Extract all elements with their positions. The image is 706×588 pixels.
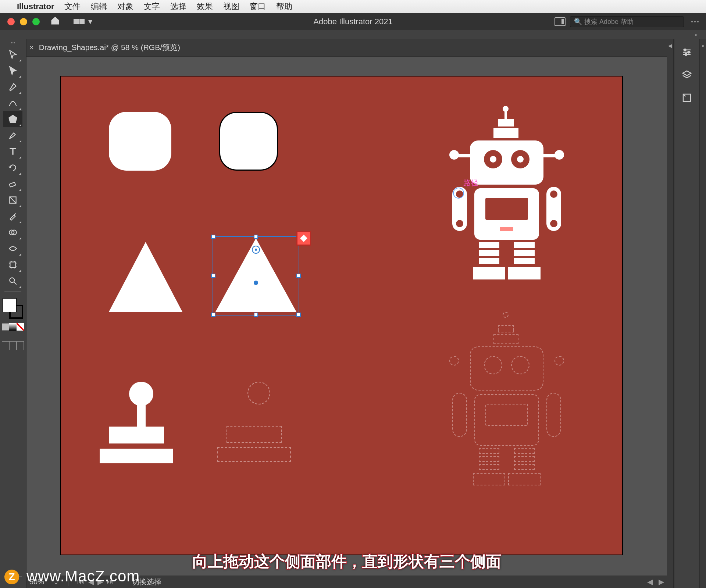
smart-guide-path-label: 路径 — [463, 178, 478, 188]
menu-view[interactable]: 视图 — [223, 1, 239, 12]
artboard[interactable]: 路径 — [60, 76, 623, 555]
panel-drag-handle[interactable] — [11, 42, 15, 43]
window-controls[interactable] — [7, 18, 40, 25]
pen-tool[interactable] — [3, 79, 22, 95]
svg-rect-1 — [9, 182, 15, 187]
app-menu[interactable]: Illustrator — [17, 2, 54, 11]
panel-collapse-right[interactable]: » — [699, 39, 706, 588]
close-tab-button[interactable]: × — [29, 43, 34, 52]
svg-point-7 — [684, 49, 686, 51]
type-tool[interactable] — [3, 143, 22, 160]
shape-joystick-white[interactable] — [109, 382, 173, 463]
solid-color-mode[interactable] — [2, 323, 9, 331]
app-title: Adobe Illustrator 2021 — [313, 17, 392, 26]
svg-point-9 — [685, 54, 687, 56]
tools-panel — [0, 39, 26, 588]
document-tabbar: × Drawing_Shapes.ai* @ 58 % (RGB/预览) — [26, 39, 667, 57]
selection-handle-n[interactable] — [254, 235, 258, 239]
selected-polygon-group[interactable] — [212, 235, 300, 316]
titlebar-overflow-icon[interactable] — [691, 21, 699, 22]
zoom-window-button[interactable] — [32, 18, 40, 25]
curvature-tool[interactable] — [3, 95, 22, 111]
shape-builder-tool[interactable] — [3, 224, 22, 240]
app-titlebar: ▾ Adobe Illustrator 2021 🔍 搜索 Adobe 帮助 — [0, 13, 706, 30]
none-color-mode[interactable] — [17, 323, 24, 331]
menu-window[interactable]: 窗口 — [250, 1, 266, 12]
selection-bounding-box[interactable] — [213, 236, 299, 316]
zoom-tool[interactable] — [3, 273, 22, 289]
gradient-tool[interactable] — [3, 192, 22, 208]
canvas[interactable]: 路径 — [26, 57, 667, 588]
shape-joystick-dashed[interactable] — [227, 382, 291, 462]
layers-panel-icon[interactable] — [680, 68, 693, 82]
drawing-mode-buttons[interactable] — [2, 341, 24, 350]
polygon-side-count-widget[interactable] — [296, 231, 311, 246]
width-tool[interactable] — [3, 240, 22, 257]
artboard-tool[interactable] — [3, 257, 22, 273]
document-tab[interactable]: Drawing_Shapes.ai* @ 58 % (RGB/预览) — [39, 42, 180, 53]
svg-point-8 — [688, 51, 690, 53]
watermark-badge: Z — [4, 570, 19, 584]
selection-handle-sw[interactable] — [211, 313, 215, 317]
corner-radius-widget[interactable] — [252, 246, 260, 254]
minimize-window-button[interactable] — [20, 18, 27, 25]
menu-edit[interactable]: 编辑 — [91, 1, 107, 12]
rotate-tool[interactable] — [3, 160, 22, 176]
selection-center-point[interactable] — [254, 281, 258, 285]
menu-effect[interactable]: 效果 — [197, 1, 213, 12]
shape-robot-white[interactable]: 路径 — [435, 106, 578, 304]
fill-color-swatch[interactable] — [3, 298, 17, 312]
polygon-tool[interactable] — [3, 111, 22, 127]
selection-handle-se[interactable] — [296, 313, 301, 317]
tutorial-caption: 向上拖动这个侧面部件，直到形状有三个侧面 — [192, 551, 501, 572]
search-icon: 🔍 — [574, 18, 582, 26]
direct-selection-tool[interactable] — [3, 63, 22, 79]
panel-collapse-left[interactable]: ◀ — [667, 39, 674, 588]
svg-rect-5 — [10, 262, 15, 267]
control-bar: » — [0, 30, 706, 39]
workspace-switcher[interactable]: ▾ — [74, 17, 92, 26]
svg-point-6 — [10, 278, 14, 282]
watermark-text: www.MacZ.com — [26, 567, 140, 585]
close-window-button[interactable] — [7, 18, 15, 25]
selection-tool[interactable] — [3, 46, 22, 63]
shape-rounded-square-white[interactable] — [109, 112, 171, 171]
eyedropper-tool[interactable] — [3, 208, 22, 224]
selection-handle-s[interactable] — [254, 313, 258, 317]
gradient-color-mode[interactable] — [9, 323, 17, 331]
smart-guide-anchor-ring — [453, 188, 464, 199]
properties-panel-icon[interactable] — [680, 46, 693, 59]
eraser-tool[interactable] — [3, 176, 22, 192]
libraries-panel-icon[interactable] — [680, 91, 693, 104]
menu-file[interactable]: 文件 — [64, 1, 81, 12]
selection-handle-nw[interactable] — [211, 235, 215, 239]
shape-triangle-white[interactable] — [109, 242, 182, 312]
right-panel-dock — [674, 39, 699, 588]
menu-select[interactable]: 选择 — [170, 1, 186, 12]
menu-type[interactable]: 文字 — [144, 1, 160, 12]
scroll-right-icon[interactable]: ▶ — [659, 577, 664, 586]
color-mode-row[interactable] — [2, 323, 24, 331]
home-button[interactable] — [50, 15, 60, 28]
selection-handle-w[interactable] — [211, 274, 215, 278]
svg-marker-0 — [9, 115, 17, 123]
menu-object[interactable]: 对象 — [117, 1, 133, 12]
help-search-placeholder: 搜索 Adobe 帮助 — [584, 17, 634, 26]
mac-menubar[interactable]: Illustrator 文件 编辑 对象 文字 选择 效果 视图 窗口 帮助 — [0, 0, 706, 13]
control-bar-overflow-icon[interactable]: » — [695, 32, 699, 38]
menu-help[interactable]: 帮助 — [276, 1, 292, 12]
selection-handle-e[interactable] — [296, 274, 301, 278]
help-search-input[interactable]: 🔍 搜索 Adobe 帮助 — [570, 16, 684, 27]
fill-stroke-swatch[interactable] — [2, 297, 24, 320]
paintbrush-tool[interactable] — [3, 127, 22, 143]
scroll-left-icon[interactable]: ◀ — [647, 577, 653, 586]
shape-robot-dashed[interactable] — [435, 312, 578, 510]
arrange-documents-icon[interactable] — [555, 17, 566, 26]
shape-rounded-square-outlined[interactable] — [219, 112, 278, 171]
